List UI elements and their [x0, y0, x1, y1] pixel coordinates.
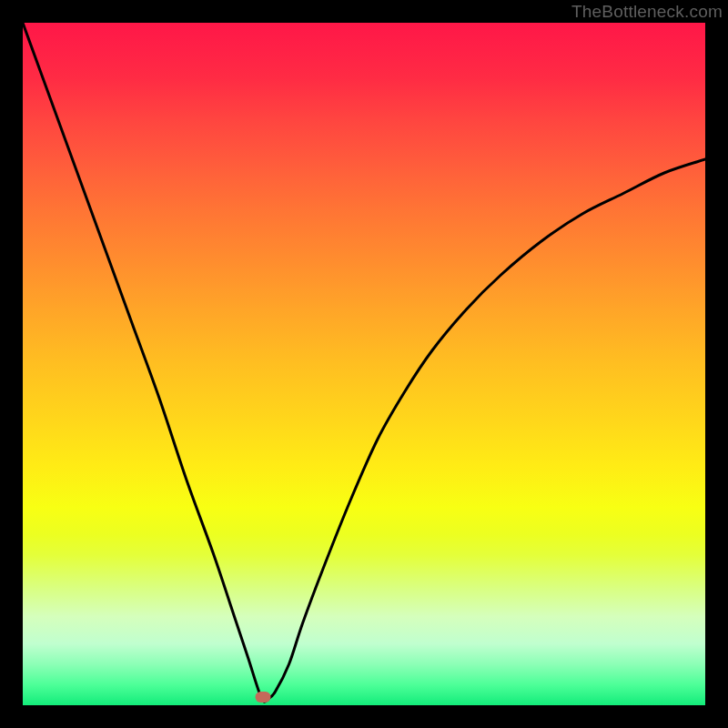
chart-plot-area: [23, 23, 705, 705]
chart-curve: [23, 23, 705, 705]
watermark-text: TheBottleneck.com: [571, 2, 723, 22]
optimum-marker: [256, 692, 271, 703]
